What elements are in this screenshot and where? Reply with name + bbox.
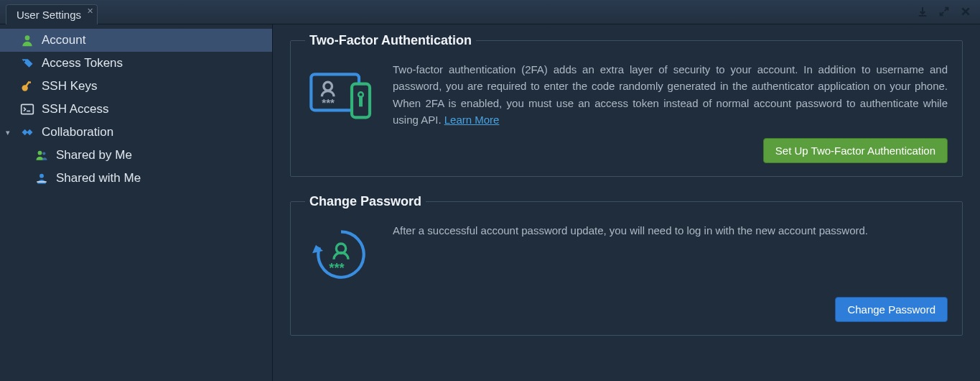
sidebar-item-collaboration[interactable]: ▾ Collaboration xyxy=(0,121,272,144)
caret-down-icon: ▾ xyxy=(6,128,10,137)
handshake-icon xyxy=(20,125,34,139)
user-icon xyxy=(20,33,34,47)
svg-point-11 xyxy=(324,82,332,91)
expand-icon[interactable] xyxy=(937,4,951,19)
svg-rect-4 xyxy=(29,81,32,83)
svg-point-6 xyxy=(38,151,42,155)
window-body: Account Access Tokens SSH Keys SSH Acces… xyxy=(0,24,980,381)
tab-title: User Settings xyxy=(17,9,81,21)
close-window-icon[interactable] xyxy=(958,4,973,19)
sidebar-item-label: Account xyxy=(42,33,85,47)
panel-two-factor: Two-Factor Authentication *** xyxy=(290,33,963,177)
svg-point-0 xyxy=(25,35,30,40)
terminal-icon xyxy=(20,102,34,116)
sidebar-item-label: SSH Keys xyxy=(42,79,97,93)
svg-rect-9 xyxy=(37,181,46,183)
sidebar-item-label: Collaboration xyxy=(42,125,113,139)
close-tab-icon[interactable]: ✕ xyxy=(87,6,93,16)
svg-text:***: *** xyxy=(329,260,345,275)
panel-change-password: Change Password *** After a successful a… xyxy=(290,194,963,336)
svg-marker-16 xyxy=(312,245,323,254)
sidebar-item-ssh-access[interactable]: SSH Access xyxy=(0,98,272,121)
user-settings-window: User Settings ✕ Account xyxy=(0,0,980,381)
panel-two-factor-title: Two-Factor Authentication xyxy=(305,33,476,48)
titlebar: User Settings ✕ xyxy=(0,0,980,24)
sidebar-item-account[interactable]: Account xyxy=(0,29,272,52)
panel-change-password-title: Change Password xyxy=(305,194,426,209)
user-in-icon xyxy=(34,171,49,185)
change-password-icon: *** xyxy=(305,222,377,287)
key-icon xyxy=(20,79,34,93)
sidebar-item-shared-by-me[interactable]: Shared by Me xyxy=(0,144,272,167)
window-controls xyxy=(915,4,973,19)
change-password-button[interactable]: Change Password xyxy=(835,297,948,322)
svg-rect-15 xyxy=(359,96,363,106)
svg-point-7 xyxy=(42,152,45,155)
learn-more-link[interactable]: Learn More xyxy=(444,114,500,126)
svg-text:***: *** xyxy=(322,96,335,109)
setup-2fa-button[interactable]: Set Up Two-Factor Authentication xyxy=(763,138,948,163)
sidebar-item-access-tokens[interactable]: Access Tokens xyxy=(0,52,272,75)
sidebar-item-label: Access Tokens xyxy=(42,56,123,70)
sidebar: Account Access Tokens SSH Keys SSH Acces… xyxy=(0,24,273,381)
sidebar-item-label: Shared with Me xyxy=(56,171,141,185)
sidebar-item-ssh-keys[interactable]: SSH Keys xyxy=(0,75,272,98)
tab-user-settings[interactable]: User Settings ✕ xyxy=(6,4,98,24)
svg-point-8 xyxy=(39,174,44,178)
two-factor-icon: *** xyxy=(305,61,377,126)
tag-icon xyxy=(20,56,34,70)
panel-change-password-body: After a successful account password upda… xyxy=(393,222,948,239)
sidebar-item-label: SSH Access xyxy=(42,102,109,116)
svg-point-1 xyxy=(24,60,26,63)
users-out-icon xyxy=(34,148,49,162)
panel-two-factor-body: Two-factor authentication (2FA) adds an … xyxy=(393,61,948,128)
sidebar-item-shared-with-me[interactable]: Shared with Me xyxy=(0,167,272,190)
sidebar-item-label: Shared by Me xyxy=(56,148,132,162)
svg-rect-5 xyxy=(22,104,34,114)
download-icon[interactable] xyxy=(915,4,930,19)
main-content: Two-Factor Authentication *** xyxy=(273,24,980,381)
